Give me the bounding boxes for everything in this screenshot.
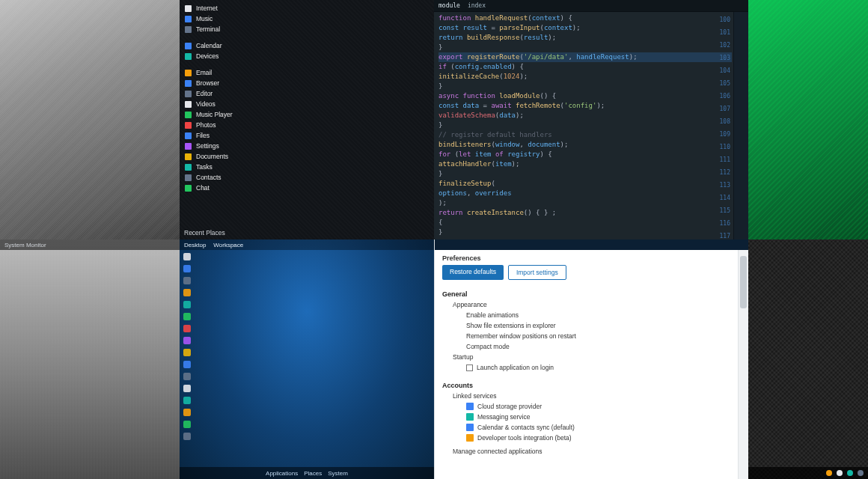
code-line[interactable]: } [438,228,732,237]
taskbar-item[interactable]: Places [304,470,322,477]
editor-tab[interactable]: index [468,1,486,10]
dock-app-icon[interactable] [183,433,191,440]
tree-parent-services[interactable]: Linked services [453,391,741,401]
tray-icon[interactable] [858,470,864,476]
code-line[interactable]: for (let item of registry) { [438,150,732,159]
start-menu-item[interactable]: Music Player [180,109,434,120]
start-menu-item-label: Files [196,132,210,139]
code-line[interactable]: const data = await fetchRemote('config')… [438,101,732,111]
app-icon [184,153,192,160]
tree-item-label: Compact mode [466,343,510,350]
start-menu-item[interactable]: Terminal [180,24,434,34]
code-line[interactable]: function handleRequest(context) { [438,13,732,23]
code-line[interactable]: return buildResponse(result); [438,33,732,43]
tray-icon[interactable] [826,470,832,476]
editor-tab[interactable]: module [438,1,460,10]
start-menu-item[interactable]: Files [180,130,434,141]
code-body[interactable]: function handleRequest(context) { const … [438,13,732,240]
ruler-number: 103 [720,52,730,64]
tree-parent-startup[interactable]: Startup [453,352,741,362]
service-item[interactable]: Cloud storage provider [453,401,741,412]
dock-app-icon[interactable] [183,265,191,272]
ruler-number: 107 [720,103,730,115]
code-line[interactable]: const result = parseInput(context); [438,23,732,33]
code-line[interactable]: } [438,120,732,130]
code-line[interactable]: } [438,43,732,52]
code-line[interactable]: attachHandler(item); [438,159,732,169]
start-menu-item[interactable]: Music [180,13,434,24]
dock-app-icon[interactable] [183,313,191,320]
start-menu-item[interactable]: Internet [180,3,434,13]
start-menu-item[interactable]: Devices [180,51,434,61]
tree-item[interactable]: Show file extensions in explorer [453,320,741,331]
code-line[interactable]: options, overrides [438,189,732,198]
start-menu-item[interactable]: Email [180,67,434,78]
tree-item[interactable]: Compact mode [453,341,741,352]
code-line[interactable]: bindListeners(window, document); [438,140,732,150]
tree-item[interactable]: Launch application on login [453,362,741,373]
title-item[interactable]: Workspace [213,242,243,248]
code-line[interactable]: } [438,82,732,91]
service-item[interactable]: Calendar & contacts sync (default) [453,422,741,433]
code-line[interactable]: initializeCache(1024); [438,72,732,82]
code-line[interactable]: // register default handlers [438,130,732,140]
dock-app-icon[interactable] [183,409,191,416]
tree-parent-appearance[interactable]: Appearance [453,299,741,310]
code-line[interactable]: return createInstance() { } ; [438,208,732,218]
ruler-number: 101 [720,26,730,39]
start-menu-item[interactable]: Browser [180,78,434,88]
service-item[interactable]: Messaging service [453,412,741,422]
taskbar-item[interactable]: Applications [266,470,298,477]
title-item[interactable]: Desktop [184,242,206,248]
checkbox-icon[interactable] [466,364,473,371]
editor-scrollbar[interactable] [733,12,748,240]
code-line[interactable]: validateSchema(data); [438,111,732,120]
code-line[interactable]: } [438,169,732,179]
import-settings-button[interactable]: Import settings [508,265,566,280]
dock-app-icon[interactable] [183,385,191,392]
dock-app-icon[interactable] [183,397,191,404]
code-line[interactable]: ); [438,198,732,208]
start-menu-item[interactable]: Documents [180,151,434,162]
code-line[interactable]: async function loadModule() { [438,91,732,101]
start-menu-item[interactable]: Settings [180,141,434,151]
dock-app-icon[interactable] [183,373,191,380]
tree-footer-link[interactable]: Manage connected applications [453,443,741,457]
tray-icon[interactable] [847,470,853,476]
tray-icon[interactable] [837,470,843,476]
scrollbar-thumb[interactable] [740,256,747,308]
tree-item[interactable]: Remember window positions on restart [453,331,741,341]
dock-app-icon[interactable] [183,253,191,260]
code-line[interactable]: { [438,218,732,228]
tree-item[interactable]: Enable animations [453,310,741,320]
dock-app-icon[interactable] [183,361,191,368]
start-menu-item[interactable]: Tasks [180,162,434,172]
start-menu-item[interactable]: Calendar [180,40,434,51]
code-editor: module index function handleRequest(cont… [434,0,748,240]
service-item[interactable]: Developer tools integration (beta) [453,433,741,443]
settings-scrollbar[interactable] [738,250,748,479]
start-menu-item-label: Devices [196,53,218,60]
dock-app-icon[interactable] [183,289,191,296]
service-label: Developer tools integration (beta) [477,434,572,442]
app-icon [184,69,192,76]
start-menu-item[interactable]: Photos [180,120,434,130]
start-menu-item[interactable]: Contacts [180,172,434,183]
dock-app-icon[interactable] [183,301,191,308]
start-menu-item[interactable]: Editor [180,88,434,99]
restore-defaults-button[interactable]: Restore defaults [442,265,504,280]
code-line[interactable]: finalizeSetup( [438,179,732,189]
start-menu-item[interactable]: Videos [180,99,434,109]
dock-app-icon[interactable] [183,337,191,344]
start-menu-item-label: Tasks [196,164,213,171]
dock-app-icon[interactable] [183,421,191,428]
settings-window: Preferences Restore defaults Import sett… [434,240,748,479]
dock-app-icon[interactable] [183,325,191,332]
start-menu-item[interactable]: Chat [180,183,434,193]
code-line[interactable]: if (config.enabled) { [438,62,732,72]
code-line[interactable]: export registerRoute('/api/data', handle… [438,52,732,62]
taskbar-item[interactable]: System [328,470,348,477]
dock-app-icon[interactable] [183,349,191,356]
start-menu-item-label: Music [196,16,213,22]
dock-app-icon[interactable] [183,277,191,284]
